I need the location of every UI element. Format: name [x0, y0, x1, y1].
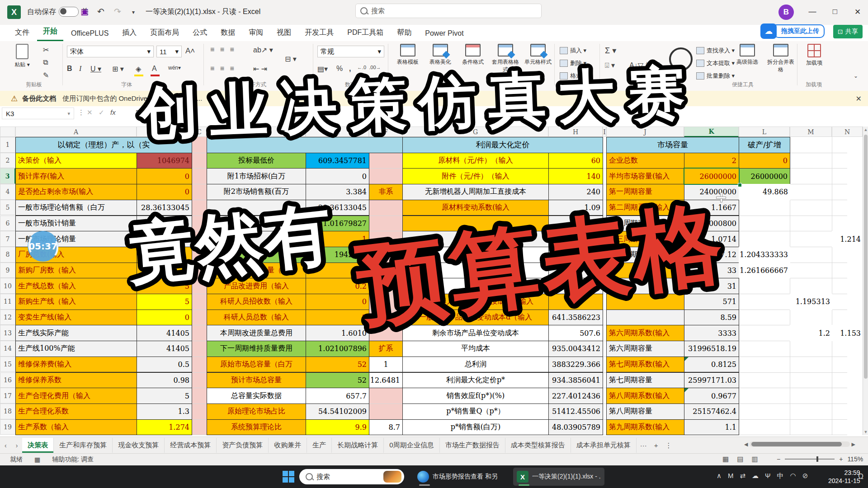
cell-J8[interactable]: 第三周期容量	[606, 247, 684, 263]
cell-A4[interactable]: 是否抢占剩余市场(输入	[15, 184, 137, 200]
page-break-view-icon[interactable]: ▥	[751, 455, 758, 463]
sheet-tab-市场生产数据报告[interactable]: 市场生产数据报告	[440, 438, 505, 453]
share-button[interactable]: ⊡ 共享	[833, 25, 863, 38]
cell-E6[interactable]: 1.01679827	[306, 216, 369, 232]
taskbar-item-excel[interactable]: X 一等决策(2)(1)(1).xlsx - .	[513, 468, 604, 486]
cell-B9[interactable]	[137, 263, 192, 279]
find-select-icon[interactable]	[669, 47, 693, 71]
cell-J9[interactable]	[606, 263, 684, 279]
bold-button[interactable]: B	[67, 65, 72, 73]
row-header-11[interactable]: 11	[0, 294, 15, 310]
cell-L3[interactable]: 26000000	[739, 168, 790, 184]
cell-A11[interactable]: 新购生产线（输入	[15, 294, 137, 310]
cell-E4[interactable]: 3.384	[306, 184, 369, 200]
cell-D9[interactable]: 实际销售人员数量（输入	[207, 263, 306, 279]
decimal-icons[interactable]: ←.0 .00→	[357, 65, 381, 70]
row-header-1[interactable]: 1	[0, 137, 15, 153]
cell-M11[interactable]: 1.195313	[790, 294, 832, 310]
cell-K10[interactable]: 31	[684, 278, 739, 294]
cell-H9[interactable]	[548, 263, 603, 279]
sheet-tab-长期战略计算[interactable]: 长期战略计算	[332, 438, 384, 453]
cell-J19[interactable]: 第九周期系数(输入	[606, 419, 684, 436]
cell-B3[interactable]: 0	[137, 168, 192, 184]
cell-D6[interactable]	[207, 216, 306, 232]
cell-E19[interactable]: 9.9	[306, 419, 369, 436]
cell-D4[interactable]: 附2市场销售额(百万	[207, 184, 306, 200]
onedrive-cloud-icon[interactable]: ☁	[752, 472, 759, 480]
tool-button-查找录入[interactable]: 查找录入 ▾	[696, 47, 735, 55]
row-header-14[interactable]: 14	[0, 341, 15, 357]
cell-A9[interactable]: 新购厂房数（输入	[15, 263, 137, 279]
add-sheet-button[interactable]: +	[654, 441, 658, 449]
row-header-3[interactable]: 3	[0, 168, 15, 184]
cell-G13[interactable]: 剩余市场产品单位变动成本	[402, 325, 549, 341]
cell-B14[interactable]: 41405	[137, 341, 192, 357]
addins-button[interactable]: 加载项	[801, 44, 827, 67]
sheet-grid[interactable]: ABCDEFGHIJKLMN12345678910111213141516171…	[0, 121, 868, 436]
cell-K2[interactable]: 2	[684, 153, 739, 169]
column-header-C[interactable]: C	[192, 127, 207, 137]
cell-G18[interactable]: p*销售量Q（p*）	[402, 404, 549, 420]
cell-H2[interactable]: 60	[548, 153, 603, 169]
comma-icon[interactable]: ,	[349, 65, 351, 73]
ribbon-tab-插入[interactable]: 插入	[116, 25, 142, 41]
arrows-icon[interactable]: ⇄	[740, 472, 745, 480]
cell-A19[interactable]: 生产系数（输入	[15, 419, 137, 436]
autosave-switch-icon[interactable]	[59, 7, 79, 17]
zoom-in-icon[interactable]: +	[839, 455, 843, 463]
sheet-tab-决策表[interactable]: 决策表	[22, 438, 54, 453]
column-header-H[interactable]: H	[548, 127, 603, 137]
cell-A8[interactable]: 厂房总数(输入	[15, 247, 137, 263]
start-button[interactable]	[283, 471, 294, 483]
sheet-tab-成本类型核算报告[interactable]: 成本类型核算报告	[505, 438, 571, 453]
cell-D15[interactable]: 原始市场总容量（白万	[207, 357, 306, 373]
avatar[interactable]: B	[778, 5, 794, 20]
cell-A5[interactable]: 一般市场理论销售额（白万	[15, 200, 137, 216]
italic-button[interactable]: I	[79, 65, 81, 73]
taskbar-item-edge[interactable]: 市场形势报告查看 和另	[414, 468, 501, 486]
ribbon-tab-PDF工具箱[interactable]: PDF工具箱	[341, 25, 389, 41]
cell-H10[interactable]	[548, 278, 603, 294]
cell-G8[interactable]	[402, 247, 549, 263]
cell-K9[interactable]: 33	[684, 263, 739, 279]
cell-E17[interactable]: 657.7	[306, 388, 369, 404]
sheet-tab-生产[interactable]: 生产	[307, 438, 332, 453]
cell-J11[interactable]	[606, 294, 684, 310]
cell-D1[interactable]	[207, 137, 403, 153]
cell-A16[interactable]: 维修保养系数	[15, 372, 137, 389]
cell-D3[interactable]: 附1市场招标(白万	[207, 168, 306, 184]
autosum-icon[interactable]: Σ ▾	[605, 46, 616, 56]
align-top-icons[interactable]: ≡ ≡ ≡	[210, 46, 236, 54]
cell-J12[interactable]	[606, 310, 684, 326]
sort-filter-icon[interactable]: A↓▽ 排序	[629, 61, 660, 70]
tool-button-批量删除[interactable]: 批量删除 ▾	[696, 72, 735, 80]
accounting-format-icon[interactable]: ▤▾	[317, 65, 328, 73]
column-header-M[interactable]: M	[790, 127, 832, 137]
cell-F16[interactable]: 12.6481	[369, 372, 403, 389]
sheet-tab-现金收支预算[interactable]: 现金收支预算	[113, 438, 165, 453]
cell-F15[interactable]: 1	[369, 357, 403, 373]
close-button[interactable]: ✕	[847, 0, 868, 23]
selection-fill-handle[interactable]	[738, 183, 742, 187]
save-button[interactable]: ▣	[80, 6, 89, 17]
ime-chinese-icon[interactable]: 中	[777, 472, 784, 480]
cell-H5[interactable]: 1.09	[548, 200, 603, 216]
column-header-K[interactable]: K	[684, 127, 739, 137]
cell-E3[interactable]: 0	[306, 168, 369, 184]
cell-D14[interactable]: 下一周期维持质量费用	[207, 341, 306, 357]
taskbar-search[interactable]: 搜索	[299, 469, 404, 484]
ribbon-tab-页面布局[interactable]: 页面布局	[144, 25, 185, 41]
taskbar-clock[interactable]: 23:59 2024-11-15	[828, 469, 860, 485]
cell-K8[interactable]: 30000057.12	[684, 247, 739, 263]
style-button-单元格样式[interactable]: 单元格样式	[523, 44, 553, 66]
ribbon-tab-Power Pivot[interactable]: Power Pivot	[419, 27, 469, 41]
cell-J6[interactable]: 第二周期容量	[606, 216, 684, 232]
volume-muted-icon[interactable]: ⊘	[802, 472, 808, 480]
cell-J2[interactable]: 企业总数	[606, 153, 684, 169]
row-header-15[interactable]: 15	[0, 357, 15, 372]
cell-K13[interactable]: 3333	[684, 325, 739, 341]
cell-A13[interactable]: 生产线实际产能	[15, 325, 137, 341]
copy-icon[interactable]: ⧉	[43, 58, 48, 66]
cell-A14[interactable]: 生产线100%产能	[15, 341, 137, 357]
cell-A12[interactable]: 变卖生产线(输入	[15, 310, 137, 326]
